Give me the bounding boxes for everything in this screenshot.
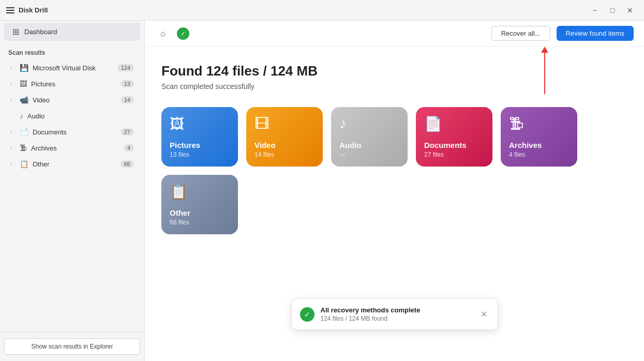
sidebar-item-virtual-disk[interactable]: ›💾Microsoft Virtual Disk124: [2, 60, 142, 76]
virtual-disk-icon: 💾: [20, 64, 28, 72]
card-audio[interactable]: ♪Audio—: [331, 107, 408, 167]
sidebar-item-label: Other: [33, 160, 121, 168]
card-pictures[interactable]: 🖼Pictures13 files: [161, 107, 238, 167]
card-archives[interactable]: 🗜Archives4 files: [501, 107, 577, 167]
sidebar-item-count: 27: [121, 128, 134, 136]
video-card-icon: 🎞: [254, 115, 269, 132]
close-button[interactable]: ✕: [622, 3, 638, 18]
found-files-title: Found 124 files / 124 MB: [161, 63, 627, 79]
pictures-card-label: Pictures: [170, 141, 200, 150]
sidebar-item-label: Audio: [27, 112, 134, 120]
hamburger-menu[interactable]: [6, 7, 14, 13]
audio-card-count: —: [339, 151, 346, 158]
sidebar-item-audio[interactable]: ♪Audio: [2, 108, 142, 124]
chevron-icon: ›: [10, 145, 17, 151]
documents-icon: 📄: [20, 128, 28, 136]
other-card-label: Other: [170, 208, 190, 218]
dashboard-label: Dashboard: [24, 28, 57, 36]
status-check-icon: ✓: [177, 27, 189, 40]
sidebar-item-archives[interactable]: ›🗜Archives4: [2, 140, 142, 156]
sidebar-item-label: Pictures: [31, 80, 121, 88]
app-body: ⊞ Dashboard Scan results ›💾Microsoft Vir…: [0, 21, 644, 361]
minimize-button[interactable]: −: [587, 3, 603, 18]
sidebar: ⊞ Dashboard Scan results ›💾Microsoft Vir…: [0, 21, 145, 361]
video-card-count: 14 files: [254, 151, 274, 158]
arrow-head: [541, 47, 548, 53]
sidebar-item-dashboard[interactable]: ⊞ Dashboard: [4, 23, 140, 41]
main-content: ⌂ ✓ Recover all... Review found items Fo…: [145, 21, 644, 361]
archives-card-count: 4 files: [509, 151, 525, 158]
toast-check-icon: ✓: [300, 307, 314, 322]
content-area: Found 124 files / 124 MB Scan completed …: [145, 47, 644, 361]
chevron-icon: ›: [10, 97, 17, 103]
toast-text: All recovery methods complete 124 files …: [321, 306, 472, 322]
hamburger-icon: [6, 7, 14, 13]
audio-card-label: Audio: [339, 141, 362, 150]
pictures-card-icon: 🖼: [170, 115, 184, 132]
sidebar-items-list: ›💾Microsoft Virtual Disk124›🖼Pictures13›…: [0, 59, 144, 172]
top-bar: ⌂ ✓ Recover all... Review found items: [145, 21, 644, 47]
archives-icon: 🗜: [20, 144, 27, 152]
card-documents[interactable]: 📄Documents27 files: [416, 107, 492, 167]
recover-all-button[interactable]: Recover all...: [491, 26, 550, 41]
sidebar-item-count: 66: [121, 160, 134, 168]
review-found-items-button[interactable]: Review found items: [557, 26, 634, 41]
video-card-label: Video: [254, 141, 276, 150]
scan-status-text: Scan completed successfully: [161, 82, 627, 91]
card-video[interactable]: 🎞Video14 files: [246, 107, 323, 167]
documents-card-label: Documents: [424, 141, 467, 150]
sidebar-item-count: 4: [124, 144, 134, 152]
sidebar-item-video[interactable]: ›📹Video14: [2, 92, 142, 108]
dashboard-icon: ⊞: [12, 27, 19, 37]
category-cards-row: 🖼Pictures13 files🎞Video14 files♪Audio—📄D…: [161, 107, 627, 234]
show-explorer-button[interactable]: Show scan results in Explorer: [4, 338, 140, 355]
sidebar-item-documents[interactable]: ›📄Documents27: [2, 124, 142, 140]
sidebar-item-label: Documents: [33, 128, 121, 136]
chevron-icon: ›: [10, 129, 17, 135]
video-icon: 📹: [20, 96, 28, 104]
titlebar: Disk Drill − □ ✕: [0, 0, 644, 21]
home-button[interactable]: ⌂: [155, 26, 171, 41]
other-card-count: 66 files: [170, 219, 189, 226]
sidebar-item-count: 124: [117, 64, 134, 71]
sidebar-item-count: 14: [121, 96, 134, 103]
scan-results-heading: Scan results: [0, 43, 144, 59]
window-controls: − □ ✕: [587, 3, 638, 18]
toast-title: All recovery methods complete: [321, 306, 472, 314]
documents-card-count: 27 files: [424, 151, 444, 158]
toast-close-button[interactable]: ✕: [478, 308, 489, 320]
sidebar-item-label: Video: [33, 96, 121, 104]
chevron-icon: ›: [10, 81, 17, 87]
other-card-icon: 📋: [170, 183, 188, 200]
other-icon: 📋: [20, 160, 28, 168]
chevron-icon: ›: [10, 161, 17, 167]
archives-card-label: Archives: [509, 141, 542, 150]
chevron-icon: ›: [10, 65, 17, 71]
audio-icon: ♪: [20, 112, 23, 120]
maximize-button[interactable]: □: [605, 3, 620, 18]
app-title: Disk Drill: [19, 6, 48, 14]
card-other[interactable]: 📋Other66 files: [161, 175, 238, 234]
audio-card-icon: ♪: [339, 115, 347, 132]
documents-card-icon: 📄: [424, 115, 442, 132]
sidebar-item-pictures[interactable]: ›🖼Pictures13: [2, 76, 142, 92]
sidebar-item-other[interactable]: ›📋Other66: [2, 156, 142, 172]
sidebar-item-count: 13: [121, 80, 134, 87]
pictures-card-count: 13 files: [170, 151, 189, 158]
sidebar-bottom: Show scan results in Explorer: [0, 332, 144, 361]
pictures-icon: 🖼: [20, 80, 27, 88]
sidebar-item-label: Microsoft Virtual Disk: [33, 64, 117, 72]
toast-subtitle: 124 files / 124 MB found: [321, 315, 472, 322]
toast-overlay: ✓ All recovery methods complete 124 file…: [291, 298, 498, 330]
archives-card-icon: 🗜: [509, 115, 523, 132]
sidebar-item-label: Archives: [31, 144, 124, 152]
toast: ✓ All recovery methods complete 124 file…: [291, 298, 498, 330]
